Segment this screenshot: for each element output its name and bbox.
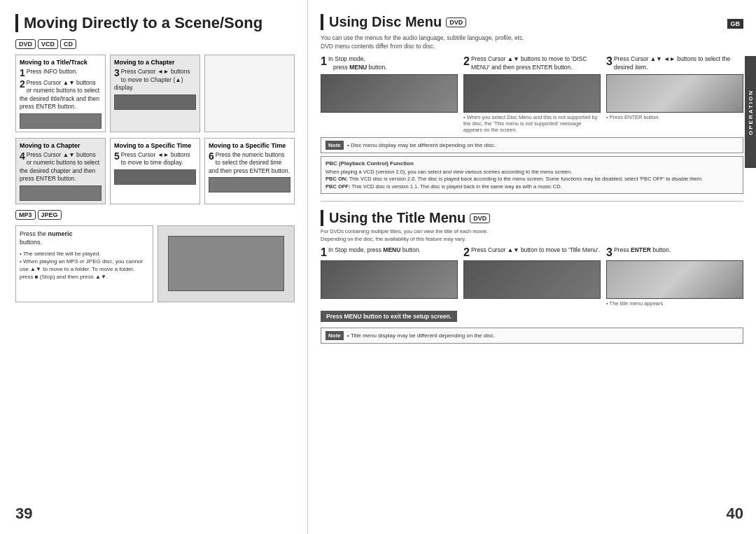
title-step-2-num: 2 [463, 246, 470, 259]
bottom-notes: • The selected file will be played. • Wh… [20, 250, 149, 281]
screen-thumb-3 [20, 185, 102, 201]
step2-num: 2 [20, 79, 25, 90]
page-num-left: 39 [15, 505, 32, 523]
section-specific-time-1-body: 5 Press Cursor ◄► buttons to move to tim… [114, 151, 196, 185]
disc-step-1: 1 In Stop mode, press MENU button. [321, 55, 458, 133]
note-1: • The selected file will be played. [20, 250, 149, 258]
title-screen-inner-2 [464, 261, 600, 298]
pbc-on-text: This VCD disc is version 2.0. The disc i… [349, 176, 703, 182]
bottom-press-box: Press the numeric buttons. • The selecte… [15, 225, 153, 302]
disc-step-2-num: 2 [463, 55, 470, 68]
mp3-badge: MP3 [15, 210, 36, 220]
title-menu-section: Using the Title Menu DVD For DVDs contai… [321, 206, 743, 346]
disc-menu-header: Using Disc Menu DVD GB [321, 14, 743, 33]
title-step-3: 3 Press ENTER button. • The title menu a… [606, 246, 743, 307]
jpeg-badge: JPEG [38, 210, 62, 220]
title-step-1: 1 In Stop mode, press MENU button. [321, 246, 458, 307]
section-chapter-2-body: 4 Press Cursor ▲▼ buttons or numeric but… [20, 151, 102, 201]
disc-step-1-line1: In Stop mode, [328, 55, 365, 62]
bottom-left: Press the numeric buttons. • The selecte… [15, 225, 295, 302]
note-1-text: • Disc menu display may be different dep… [347, 142, 496, 148]
disc-step-2-note: • When you select Disc Menu and this is … [463, 114, 601, 133]
disc-screen-3 [606, 74, 743, 113]
section-title-track-body: 1 Press INFO button. 2 Press Cursor ▲▼ b… [20, 68, 102, 128]
pbc-body: When playing a VCD (version 2.0), you ca… [326, 169, 738, 191]
section-specific-time-2: Moving to a Specific Time 6 Press the nu… [204, 138, 295, 204]
disc-menu-badge-text: DVD [449, 19, 463, 26]
bottom-screen-thumb [168, 236, 284, 290]
buttons-text: buttons. [20, 239, 42, 246]
right-page: Using Disc Menu DVD GB You can use the m… [308, 0, 756, 534]
title-step-3-text: 3 Press ENTER button. [606, 246, 743, 259]
screen-thumb-4 [114, 169, 196, 185]
note-label-1: Note [326, 141, 344, 150]
disc-step-3-note: • Press ENTER button. [606, 114, 743, 120]
step3-num: 3 [114, 68, 120, 78]
title-screen-inner-1 [321, 261, 457, 298]
top-section-grid: Moving to a Title/Track 1 Press INFO but… [15, 55, 295, 132]
title-screen-2 [463, 260, 601, 299]
section-title-track: Moving to a Title/Track 1 Press INFO but… [15, 55, 106, 132]
step5-text: Press Cursor ◄► buttons to move to time … [121, 151, 190, 166]
screen-thumb-2 [114, 94, 196, 110]
cd-badge: CD [60, 39, 76, 49]
note-box-2: Note • Title menu display may be differe… [321, 328, 743, 344]
title-step-1-num: 1 [321, 246, 327, 259]
disc-step-3-content: Press Cursor ▲▼ ◄► buttons to select the… [614, 55, 730, 71]
bottom-screen-box [158, 225, 295, 302]
step6-num: 6 [209, 151, 214, 162]
title-menu-title: Using the Title Menu DVD [321, 210, 743, 226]
disc-menu-subtitle: You can use the menus for the audio lang… [321, 34, 743, 51]
step4-text: Press Cursor ▲▼ buttons or numeric butto… [20, 151, 99, 182]
press-menu-exit: Press MENU button to exit the setup scre… [321, 311, 457, 322]
bottom-section-grid: Moving to a Chapter 4 Press Cursor ▲▼ bu… [15, 138, 295, 204]
title-menu-badge-text: DVD [473, 215, 486, 222]
disc-menu-section: Using Disc Menu DVD GB You can use the m… [321, 14, 743, 197]
title-step-2-text: 2 Press Cursor ▲▼ button to move to 'Tit… [463, 246, 601, 259]
disc-step-1-num: 1 [321, 55, 327, 68]
section-title-track-label: Moving to a Title/Track [20, 59, 102, 66]
format-badges: DVD VCD CD [15, 39, 295, 49]
note-2: • When playing an MP3 or JPEG disc, you … [20, 258, 149, 281]
step5-num: 5 [114, 151, 120, 162]
note-label-2: Note [326, 331, 344, 340]
note-box-1: Note • Disc menu display may be differen… [321, 137, 743, 153]
section-chapter-2-label: Moving to a Chapter [20, 142, 102, 149]
disc-menu-badge: DVD [446, 17, 466, 27]
title-screen-inner-3 [607, 261, 743, 298]
title-menu-badge: DVD [470, 213, 490, 223]
section-divider [321, 201, 743, 202]
step4-num: 4 [20, 151, 25, 162]
vcd-badge: VCD [38, 39, 58, 49]
section-empty-1 [204, 55, 295, 132]
dvd-badge: DVD [15, 39, 36, 49]
disc-step-1-text: 1 In Stop mode, press MENU button. [321, 55, 458, 72]
title-menu-keyword: MENU [383, 246, 400, 253]
page-num-right: 40 [727, 505, 743, 523]
disc-menu-title-text: Using Disc Menu [329, 14, 442, 30]
pbc-title: PBC (Playback Control) Function [326, 160, 738, 167]
title-menu-title-text: Using the Title Menu [329, 210, 465, 226]
disc-menu-title: Using Disc Menu DVD [321, 14, 727, 30]
title-menu-steps: 1 In Stop mode, press MENU button. 2 Pre… [321, 246, 743, 307]
disc-step-2: 2 Press Cursor ▲▼ buttons to move to 'DI… [463, 55, 601, 133]
title-step-3-num: 3 [606, 246, 612, 259]
disc-step-2-text: 2 Press Cursor ▲▼ buttons to move to 'DI… [463, 55, 601, 72]
press-menu-exit-text: Press MENU button to exit the setup scre… [326, 313, 451, 320]
section-chapter-1: Moving to a Chapter 3 Press Cursor ◄► bu… [110, 55, 200, 132]
section-chapter-1-body: 3 Press Cursor ◄► buttons to move to Cha… [114, 68, 196, 109]
pbc-box: PBC (Playback Control) Function When pla… [321, 156, 743, 195]
menu-keyword: MENU [349, 64, 367, 71]
step1-num: 1 [20, 68, 25, 78]
enter-keyword: ENTER [631, 246, 651, 253]
disc-step-3-num: 3 [606, 55, 612, 68]
disc-step-2-content: Press Cursor ▲▼ buttons to move to 'DISC… [471, 55, 587, 71]
step3-text: Press Cursor ◄► buttons to move to Chapt… [114, 68, 190, 91]
title-step-2-content: Press Cursor ▲▼ button to move to 'Title… [471, 246, 600, 253]
disc-screen-1 [321, 74, 458, 113]
section-specific-time-1-label: Moving to a Specific Time [114, 142, 196, 149]
disc-step-3: 3 Press Cursor ▲▼ ◄► buttons to select t… [606, 55, 743, 133]
screen-inner-3 [607, 75, 743, 112]
format-badges-2: MP3 JPEG [15, 210, 295, 220]
disc-screen-2 [463, 74, 601, 113]
